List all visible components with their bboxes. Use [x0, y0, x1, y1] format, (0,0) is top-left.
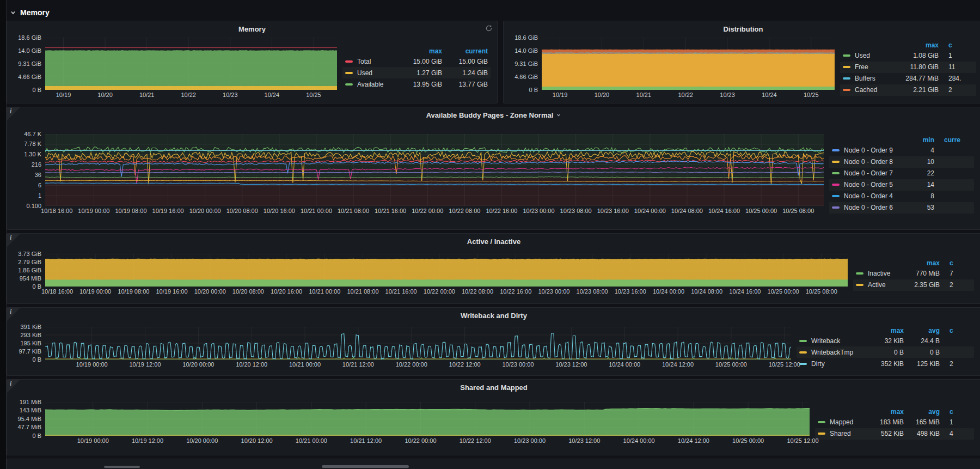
y-axis-label: 216 [32, 161, 41, 168]
panel-body: 3.73 GiB2.79 GiB1.86 GiB954 MiB0 B10/18 … [13, 247, 975, 302]
legend-column-header[interactable]: max [889, 41, 939, 49]
panel-memory: Memory18.6 GiB14.0 GiB9.31 GiB4.66 GiB0 … [7, 21, 498, 103]
legend-column-header-clipped[interactable]: c [940, 259, 971, 267]
chart[interactable] [45, 38, 337, 90]
chart[interactable] [45, 402, 810, 436]
legend-series-label[interactable]: Node 0 - Order 5 [844, 181, 908, 188]
legend-column-header[interactable]: current [442, 47, 488, 55]
legend-series-label[interactable]: Inactive [868, 270, 901, 277]
x-axis-label: 10/21 00:00 [296, 437, 327, 444]
legend-series-swatch [345, 72, 353, 74]
legend-series-swatch [345, 83, 353, 86]
x-axis-label: 10/22 00:00 [412, 208, 443, 214]
chart-zone: 191 MiB143 MiB95.4 MiB47.7 MiB0 B10/19 0… [13, 402, 810, 445]
row-header-memory[interactable]: Memory [7, 0, 50, 21]
scroll-pill[interactable] [322, 465, 409, 468]
legend-series-label[interactable]: Used [855, 52, 889, 59]
panel-body: 191 MiB143 MiB95.4 MiB47.7 MiB0 B10/19 0… [13, 393, 975, 454]
x-axis-label: 10/25 08:00 [806, 288, 837, 295]
info-icon[interactable]: i [10, 308, 11, 315]
legend-series-swatch [832, 195, 840, 197]
panel-title[interactable]: Distribution [724, 25, 763, 33]
y-axis-label: 14.0 GiB [18, 47, 41, 54]
legend-series-label[interactable]: Writeback [811, 337, 862, 345]
legend-series-label[interactable]: Available [357, 81, 396, 88]
panel-title[interactable]: Shared and Mapped [460, 383, 528, 392]
legend-series-label[interactable]: Mapped [830, 418, 862, 426]
legend-column-header[interactable]: min [908, 136, 934, 144]
legend-series-label[interactable]: WritebackTmp [811, 349, 862, 356]
legend-column-header[interactable]: avg [904, 327, 940, 334]
x-axis-label: 10/23 12:00 [568, 437, 600, 444]
legend-column-header[interactable]: max [396, 47, 442, 55]
legend-series-label[interactable]: Shared [830, 430, 862, 437]
panel-title[interactable]: Memory [238, 25, 266, 33]
y-axis-label: 6 [38, 182, 41, 188]
x-axis-label: 10/19 08:00 [115, 208, 146, 214]
legend-series-label[interactable]: Node 0 - Order 9 [844, 147, 908, 154]
x-axis-label: 10/18 16:00 [41, 288, 73, 295]
legend-column-header[interactable]: max [862, 327, 904, 334]
legend-row: Buffers284.77 MiB284. [840, 73, 976, 84]
chart-svg [542, 38, 835, 90]
legend-series-swatch [799, 340, 807, 342]
legend-column-header[interactable]: avg [904, 408, 940, 416]
chart-zone: 3.73 GiB2.79 GiB1.86 GiB954 MiB0 B10/18 … [13, 254, 848, 296]
y-axis-label: 4.66 GiB [18, 74, 41, 80]
x-axis-label: 10/21 [139, 92, 155, 98]
panel-title[interactable]: Writeback and Dirty [461, 312, 527, 320]
chart[interactable] [542, 38, 835, 90]
x-axis-label: 10/24 16:00 [708, 208, 740, 214]
x-axis-label: 10/21 08:00 [338, 208, 369, 214]
legend-row: Cached2.21 GiB2 [840, 84, 976, 96]
legend-value: 1.24 GiB [442, 69, 488, 77]
x-axis-label: 10/25 12:00 [787, 437, 818, 444]
legend-column-header-clipped[interactable]: c [939, 41, 973, 49]
x-axis-label: 10/24 00:00 [634, 208, 666, 214]
row-title: Memory [20, 8, 50, 17]
legend-column-header[interactable]: max [862, 408, 904, 416]
chart[interactable] [45, 134, 824, 206]
x-axis-label: 10/25 00:00 [768, 288, 799, 295]
legend-header-row: maxcurrent [342, 46, 491, 56]
y-axis-label: 0.100 [26, 203, 41, 209]
info-icon[interactable]: i [10, 234, 11, 241]
legend-series-label[interactable]: Node 0 - Order 7 [844, 169, 908, 177]
panel-title-chevron-icon[interactable] [556, 112, 561, 118]
info-icon[interactable]: i [10, 108, 11, 114]
y-axis: 391 KiB293 KiB195 KiB97.7 KiB0 B [13, 327, 45, 360]
legend-series-label[interactable]: Buffers [855, 75, 889, 82]
legend-series-label[interactable]: Cached [855, 86, 889, 94]
legend-series-label[interactable]: Total [357, 58, 396, 65]
legend-series-label[interactable]: Used [357, 69, 396, 77]
legend-row: Writeback32 KiB24.4 B [797, 335, 974, 346]
y-axis-label: 143 MiB [20, 407, 41, 413]
legend-series-label[interactable]: Free [855, 63, 889, 71]
info-icon[interactable]: i [10, 380, 11, 387]
legend-column-header[interactable]: max [901, 259, 940, 267]
scroll-pill[interactable] [104, 466, 140, 468]
legend-series-label[interactable]: Node 0 - Order 4 [844, 192, 908, 200]
legend-series-label[interactable]: Node 0 - Order 8 [844, 158, 908, 166]
legend-series-label[interactable]: Node 0 - Order 6 [844, 204, 908, 211]
chart[interactable] [45, 254, 848, 287]
refresh-icon[interactable] [485, 25, 493, 34]
legend-series-label[interactable]: Active [868, 281, 901, 289]
chart-zone: 18.6 GiB14.0 GiB9.31 GiB4.66 GiB0 B10/19… [13, 38, 337, 99]
legend-series-label[interactable]: Dirty [811, 360, 862, 368]
panel-body: 391 KiB293 KiB195 KiB97.7 KiB0 B10/19 00… [13, 321, 975, 374]
legend-column-header-clipped[interactable]: c [940, 408, 971, 416]
legend-column-header-clipped[interactable]: c [940, 327, 971, 334]
legend-value: 4 [908, 147, 934, 154]
x-axis-label: 10/24 08:00 [671, 208, 703, 214]
panel-title[interactable]: Available Buddy Pages - Zone Normal [426, 111, 554, 119]
row-collapse-chevron-icon[interactable] [10, 9, 16, 16]
x-axis-label: 10/20 08:00 [232, 288, 264, 295]
chart[interactable] [45, 327, 791, 360]
panel-header: Distribution [509, 23, 977, 34]
legend-column-header-clipped[interactable]: curre [934, 136, 971, 144]
chart-svg [45, 134, 824, 206]
x-axis: 10/1910/2010/2110/2210/2310/2410/25 [542, 90, 835, 99]
panel-title[interactable]: Active / Inactive [467, 237, 520, 246]
x-axis: 10/19 00:0010/19 12:0010/20 00:0010/20 1… [45, 360, 791, 369]
